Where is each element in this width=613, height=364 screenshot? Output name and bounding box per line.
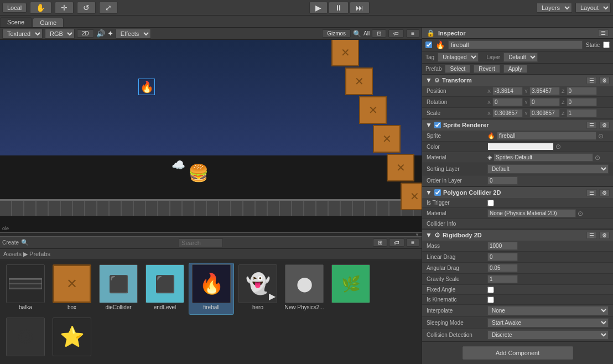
linear-drag-input[interactable] bbox=[487, 253, 518, 261]
sprite-link-icon[interactable]: ⊙ bbox=[598, 132, 604, 140]
rigidbody-gear-btn[interactable]: ⚙ bbox=[599, 232, 610, 239]
asset-gear[interactable]: ⚙ bbox=[3, 316, 48, 361]
inspector-menu-button[interactable]: ☰ bbox=[598, 29, 609, 37]
material-input[interactable] bbox=[493, 153, 593, 162]
asset-balka[interactable]: balka bbox=[3, 263, 48, 314]
sorting-layer-select[interactable]: Default bbox=[487, 164, 609, 174]
asset-diecollider[interactable]: ⬛ dieCollider bbox=[96, 263, 141, 314]
play-button[interactable]: ▶ bbox=[309, 2, 328, 14]
rot-x-input[interactable] bbox=[492, 98, 523, 106]
tag-button[interactable]: 🏷 bbox=[388, 29, 404, 38]
assets-search-input[interactable] bbox=[179, 238, 223, 247]
hand-tool[interactable]: ✋ bbox=[30, 2, 51, 14]
fire-icon: 🔥 bbox=[199, 272, 224, 295]
rotate-tool[interactable]: ↺ bbox=[77, 2, 96, 14]
scale-x-input[interactable] bbox=[492, 109, 523, 117]
effects-select[interactable]: Effects bbox=[116, 29, 151, 39]
asset-grass[interactable]: 🌿 bbox=[329, 263, 373, 314]
collider-material-link-icon[interactable]: ⊙ bbox=[578, 210, 583, 217]
rgb-select[interactable]: RGB bbox=[45, 29, 75, 39]
play-overlay-icon: ▶ bbox=[269, 291, 276, 301]
interpolate-select[interactable]: None bbox=[487, 306, 609, 315]
sprite-input[interactable] bbox=[497, 132, 596, 140]
tag-select[interactable]: Untagged bbox=[438, 53, 479, 62]
fireball-selected[interactable]: 🔥 bbox=[138, 79, 155, 95]
fence bbox=[0, 199, 422, 216]
select-button[interactable]: Select bbox=[445, 65, 470, 73]
is-trigger-checkbox[interactable] bbox=[487, 200, 494, 206]
collider-info-row: Collider Info bbox=[422, 219, 613, 229]
transform-header[interactable]: ▼ ⚙ Transform ☰ ⚙ bbox=[422, 75, 613, 86]
revert-button[interactable]: Revert bbox=[474, 65, 500, 73]
sprite-options-btn[interactable]: ☰ bbox=[586, 122, 597, 129]
gizmos-button[interactable]: Gizmos bbox=[322, 29, 351, 38]
fixed-angle-label: Fixed Angle bbox=[427, 287, 487, 293]
sprite-renderer-title: Sprite Renderer bbox=[443, 122, 489, 128]
rot-y-input[interactable] bbox=[529, 98, 560, 106]
assets-tag-btn[interactable]: 🏷 bbox=[389, 238, 404, 247]
rigidbody-header[interactable]: ▼ ⚙ Rigidbody 2D ☰ ⚙ bbox=[422, 230, 613, 241]
transform-options-btn[interactable]: ☰ bbox=[586, 77, 597, 84]
rigidbody-title: Rigidbody 2D bbox=[443, 232, 482, 238]
sprite-gear-btn[interactable]: ⚙ bbox=[599, 122, 610, 129]
asset-star[interactable]: ⭐ bbox=[50, 316, 94, 361]
pos-y-input[interactable] bbox=[529, 87, 560, 95]
transform-gear-btn[interactable]: ⚙ bbox=[599, 77, 610, 84]
asset-hero[interactable]: 👻 ▶ hero bbox=[236, 263, 280, 314]
material-row: Material ◈ ⊙ bbox=[422, 152, 613, 163]
is-kinematic-checkbox[interactable] bbox=[487, 297, 494, 303]
collision-detection-select[interactable]: Discrete bbox=[487, 330, 609, 340]
rigidbody-options-btn[interactable]: ☰ bbox=[586, 232, 597, 239]
asset-fireball[interactable]: 🔥 fireball bbox=[189, 263, 233, 314]
angular-drag-input[interactable] bbox=[487, 264, 518, 272]
color-link-icon[interactable]: ⊙ bbox=[555, 143, 561, 150]
asset-box[interactable]: ✕ box bbox=[50, 263, 94, 314]
order-in-layer-input[interactable] bbox=[487, 176, 518, 185]
fixed-angle-checkbox[interactable] bbox=[487, 287, 494, 293]
collider-gear-btn[interactable]: ⚙ bbox=[599, 189, 610, 196]
game-tab[interactable]: Game bbox=[33, 18, 64, 27]
prefab-label: Prefab bbox=[425, 66, 441, 72]
pos-x-input[interactable] bbox=[492, 87, 523, 95]
sleeping-mode-select[interactable]: Start Awake bbox=[487, 318, 609, 327]
scene-tab[interactable]: Scene bbox=[0, 17, 32, 27]
object-name-input[interactable] bbox=[448, 40, 583, 49]
maximize-button[interactable]: ⊡ bbox=[372, 29, 386, 38]
sprite-renderer-header[interactable]: ▼ Sprite Renderer ☰ ⚙ bbox=[422, 119, 613, 131]
material-link-icon[interactable]: ⊙ bbox=[595, 154, 600, 162]
collider-active-checkbox[interactable] bbox=[434, 189, 441, 196]
assets-grid: balka ✕ box ⬛ dieCollider bbox=[0, 260, 422, 364]
assets-view-btn[interactable]: ⊞ bbox=[373, 238, 387, 247]
move-tool[interactable]: ✛ bbox=[55, 2, 74, 14]
object-active-checkbox[interactable] bbox=[425, 41, 432, 48]
local-button[interactable]: Local bbox=[2, 3, 27, 13]
mass-input[interactable] bbox=[487, 242, 518, 250]
pause-button[interactable]: ⏸ bbox=[329, 2, 349, 14]
2d-button[interactable]: 2D bbox=[77, 29, 94, 38]
assets-layers-btn[interactable]: ≡ bbox=[406, 238, 419, 247]
pos-z-input[interactable] bbox=[567, 87, 597, 95]
apply-button[interactable]: Apply bbox=[503, 65, 527, 73]
textured-select[interactable]: Textured bbox=[2, 29, 43, 39]
collider-material-input[interactable] bbox=[487, 209, 576, 217]
static-checkbox[interactable] bbox=[603, 41, 610, 48]
add-component-button[interactable]: Add Component bbox=[463, 346, 573, 360]
collider-options-btn[interactable]: ☰ bbox=[586, 189, 597, 196]
sprite-active-checkbox[interactable] bbox=[434, 122, 441, 128]
scale-tool[interactable]: ⤢ bbox=[99, 2, 118, 14]
linear-drag-label: Linear Drag bbox=[427, 254, 487, 260]
scale-y-input[interactable] bbox=[529, 109, 560, 117]
layout-select[interactable]: Layout bbox=[575, 3, 611, 13]
color-picker[interactable] bbox=[487, 143, 554, 150]
layer-select[interactable]: Default bbox=[503, 53, 538, 62]
asset-new-physics[interactable]: ⬤ New Physics2... bbox=[282, 263, 326, 314]
layers-select[interactable]: Layers bbox=[537, 3, 572, 13]
asset-endlevel[interactable]: ⬛ endLevel bbox=[143, 263, 187, 314]
layers-scene-button[interactable]: ≡ bbox=[406, 29, 419, 38]
scale-z-input[interactable] bbox=[567, 109, 597, 117]
polygon-collider-header[interactable]: ▼ Polygon Collider 2D ☰ ⚙ bbox=[422, 187, 613, 198]
resize-handle[interactable]: ▼ bbox=[0, 232, 422, 237]
step-button[interactable]: ⏭ bbox=[350, 2, 370, 14]
gravity-scale-input[interactable] bbox=[487, 275, 518, 283]
rot-z-input[interactable] bbox=[567, 98, 597, 106]
